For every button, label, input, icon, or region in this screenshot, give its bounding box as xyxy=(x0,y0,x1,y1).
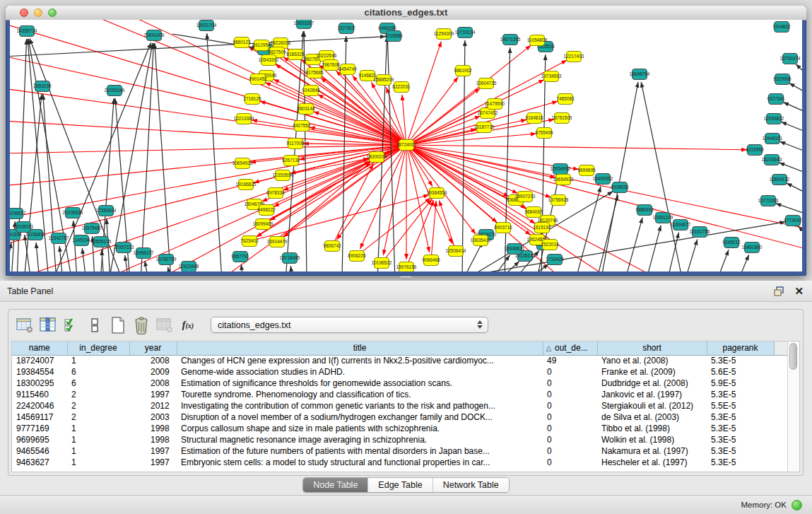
graph-node[interactable]: 8903716 xyxy=(494,223,512,233)
graph-node[interactable]: 16210643 xyxy=(762,155,782,165)
graph-node[interactable]: 20691406 xyxy=(144,30,165,41)
graph-node[interactable]: 1527602 xyxy=(337,23,355,34)
graph-node[interactable]: 10719134 xyxy=(455,28,476,38)
graph-node[interactable]: 9245012 xyxy=(722,238,741,248)
tab-edge-table[interactable]: Edge Table xyxy=(368,478,433,492)
cell-indegree[interactable]: 1 xyxy=(67,445,129,457)
scrollbar-thumb[interactable] xyxy=(789,343,797,370)
graph-node[interactable]: 8186328 xyxy=(286,49,305,60)
graph-node[interactable]: 18300295 xyxy=(367,152,387,163)
graph-node[interactable]: 12035051 xyxy=(13,222,34,233)
cell-title[interactable]: Disruption of a novel member of a sodium… xyxy=(177,411,543,423)
cell-year[interactable]: 1997 xyxy=(129,445,177,457)
graph-node[interactable]: 16914479 xyxy=(267,237,288,247)
graph-node[interactable]: 8454749 xyxy=(339,64,357,75)
graph-node[interactable]: 9242848 xyxy=(302,86,320,96)
graph-node[interactable]: 20206536 xyxy=(63,208,83,218)
cell-indegree[interactable]: 1 xyxy=(67,434,129,445)
graph-node[interactable]: 12093832 xyxy=(764,114,784,124)
graph-node[interactable]: 9117008 xyxy=(287,139,305,149)
graph-node[interactable]: 9755499 xyxy=(535,128,553,139)
graph-node[interactable]: 10954992 xyxy=(551,164,571,175)
cell-outdegree[interactable]: 0 xyxy=(543,423,597,434)
cell-indegree[interactable]: 1 xyxy=(67,355,129,366)
graph-node[interactable]: 2718120 xyxy=(243,94,261,105)
graph-node[interactable]: 9218586 xyxy=(384,31,403,42)
column-edit-button[interactable] xyxy=(37,315,59,335)
graph-node[interactable]: 16782759 xyxy=(156,255,177,265)
graph-node[interactable]: 12342757 xyxy=(49,233,69,244)
cell-short[interactable]: Hescheler et al. (1997) xyxy=(597,457,707,468)
graph-node[interactable]: 1733426 xyxy=(546,255,564,265)
graph-node[interactable]: 15718485 xyxy=(280,253,300,264)
table-row[interactable]: 946362711997Embryonic stem cells: a mode… xyxy=(12,457,787,468)
graph-node[interactable]: 18724007 xyxy=(396,140,417,151)
panel-splitter-handle[interactable] xyxy=(400,276,411,280)
rows-button[interactable] xyxy=(84,315,105,335)
cell-title[interactable]: Estimation of significance thresholds fo… xyxy=(177,378,543,389)
memory-ok-indicator[interactable] xyxy=(792,500,802,510)
graph-node[interactable]: 9684067 xyxy=(524,207,543,218)
graph-node[interactable]: 18907293 xyxy=(515,192,536,202)
graph-node[interactable]: 21053346 xyxy=(105,86,125,96)
cell-outdegree[interactable]: 0 xyxy=(543,389,597,400)
graph-node[interactable]: 9329966 xyxy=(773,74,792,85)
cell-pagerank[interactable]: 5.3E-5 xyxy=(707,445,774,457)
cell-title[interactable]: Estimation of the future numbers of pati… xyxy=(177,445,543,457)
graph-node[interactable]: 2803144 xyxy=(297,104,315,115)
graph-node[interactable]: 12353594 xyxy=(273,170,293,181)
cell-name[interactable]: 9115460 xyxy=(12,389,67,400)
cell-pagerank[interactable]: 5.3E-5 xyxy=(707,355,774,366)
cell-indegree[interactable]: 1 xyxy=(67,457,129,468)
cell-name[interactable]: 9699695 xyxy=(12,434,67,445)
graph-node[interactable]: 11694877 xyxy=(671,220,691,230)
column-header-in_degree[interactable]: in_degree xyxy=(67,341,129,355)
graph-node[interactable]: 10653287 xyxy=(294,20,314,29)
zoom-window-button[interactable] xyxy=(48,8,57,17)
cell-name[interactable]: 19384554 xyxy=(12,366,67,378)
graph-node[interactable]: 9699695 xyxy=(577,165,596,176)
graph-node[interactable]: 12217493 xyxy=(564,52,584,62)
cell-name[interactable]: 22420046 xyxy=(12,400,67,411)
graph-node[interactable]: 11254309 xyxy=(434,29,454,40)
select-columns-button[interactable] xyxy=(61,315,82,335)
graph-node[interactable]: 1914822 xyxy=(772,22,791,33)
cell-short[interactable]: de Silva et al. (2003) xyxy=(597,411,707,423)
graph-node[interactable]: 19734593 xyxy=(541,71,562,82)
graph-node[interactable]: 16461860 xyxy=(742,243,763,253)
cell-pagerank[interactable]: 5.5E-5 xyxy=(707,400,774,411)
graph-node[interactable]: 1615192 xyxy=(533,223,551,233)
graph-node[interactable]: 12213389 xyxy=(234,114,254,124)
cell-title[interactable]: Tourette syndrome. Phenomenology and cla… xyxy=(177,389,543,400)
cell-short[interactable]: Dudbridge et al. (2008) xyxy=(597,378,707,389)
graph-node[interactable]: 25206557 xyxy=(10,209,26,219)
graph-node[interactable]: 9901452 xyxy=(249,74,267,85)
graph-node[interactable]: 12444151 xyxy=(763,134,783,144)
column-header-title[interactable]: title xyxy=(177,341,543,355)
close-panel-icon[interactable]: ✕ xyxy=(794,286,804,296)
graph-node[interactable]: 15885209 xyxy=(374,75,394,86)
new-document-button[interactable] xyxy=(107,315,129,335)
column-header-year[interactable]: year xyxy=(129,341,177,355)
table-vertical-scrollbar[interactable] xyxy=(787,341,799,472)
graph-node[interactable]: 9175685 xyxy=(305,68,324,78)
cell-outdegree[interactable]: 0 xyxy=(543,411,597,423)
float-panel-icon[interactable] xyxy=(774,286,784,296)
cell-outdegree[interactable]: 0 xyxy=(543,400,597,411)
cell-name[interactable]: 9777169 xyxy=(12,423,67,434)
graph-node[interactable]: 8222031 xyxy=(392,82,411,93)
cell-short[interactable]: Franke et al. (2009) xyxy=(597,366,707,378)
table-row[interactable]: 911546021997Tourette syndrome. Phenomeno… xyxy=(12,389,787,400)
cell-outdegree[interactable]: 0 xyxy=(543,378,597,389)
graph-node[interactable]: 10654923 xyxy=(233,158,253,169)
graph-node[interactable]: 16409352 xyxy=(593,174,613,185)
cell-pagerank[interactable]: 5.6E-5 xyxy=(707,366,774,378)
cell-short[interactable]: Tibbo et al. (1998) xyxy=(597,423,707,434)
graph-node[interactable]: 8267130 xyxy=(282,156,300,166)
table-row[interactable]: 977716911998Corpus callosum shape and si… xyxy=(12,423,787,434)
graph-node[interactable]: 16648784 xyxy=(630,69,650,80)
cell-outdegree[interactable]: 0 xyxy=(543,445,597,457)
graph-node[interactable]: 9227341 xyxy=(767,94,785,105)
graph-node[interactable]: 12506414 xyxy=(446,246,466,257)
graph-node[interactable]: 10604735 xyxy=(476,78,497,89)
